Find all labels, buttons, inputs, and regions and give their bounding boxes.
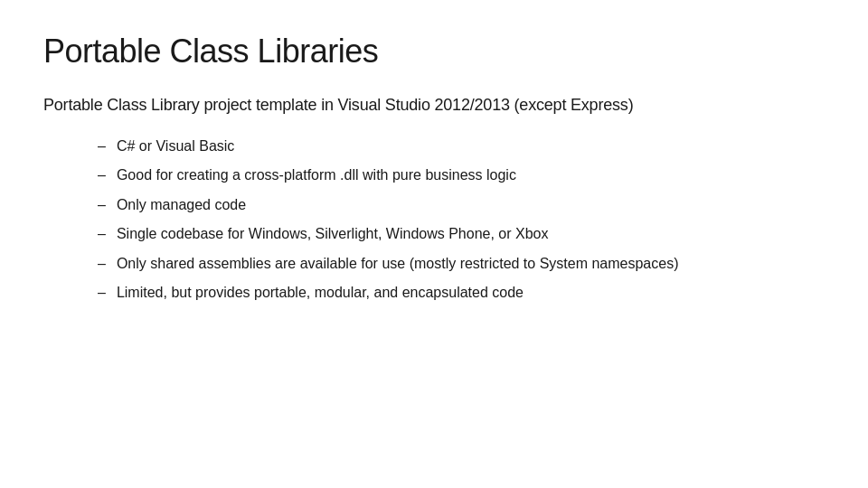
bullet-dash-icon: –	[98, 254, 106, 274]
bullet-item: –Only shared assemblies are available fo…	[98, 254, 825, 274]
bullet-item: –Limited, but provides portable, modular…	[98, 283, 825, 303]
bullet-dash-icon: –	[98, 195, 106, 215]
bullet-text: C# or Visual Basic	[117, 136, 825, 156]
slide: Portable Class Libraries Portable Class …	[0, 0, 868, 488]
bullet-list: –C# or Visual Basic–Good for creating a …	[43, 136, 825, 303]
slide-subtitle: Portable Class Library project template …	[43, 96, 825, 115]
bullet-item: –C# or Visual Basic	[98, 136, 825, 156]
bullet-text: Good for creating a cross-platform .dll …	[117, 165, 825, 185]
bullet-text: Only managed code	[117, 195, 825, 215]
bullet-text: Only shared assemblies are available for…	[117, 254, 825, 274]
bullet-dash-icon: –	[98, 224, 106, 244]
bullet-dash-icon: –	[98, 283, 106, 303]
bullet-item: –Single codebase for Windows, Silverligh…	[98, 224, 825, 244]
bullet-text: Single codebase for Windows, Silverlight…	[117, 224, 825, 244]
slide-title: Portable Class Libraries	[43, 33, 825, 70]
bullet-dash-icon: –	[98, 165, 106, 185]
bullet-dash-icon: –	[98, 136, 106, 156]
bullet-text: Limited, but provides portable, modular,…	[117, 283, 825, 303]
bullet-item: –Only managed code	[98, 195, 825, 215]
bullet-item: –Good for creating a cross-platform .dll…	[98, 165, 825, 185]
